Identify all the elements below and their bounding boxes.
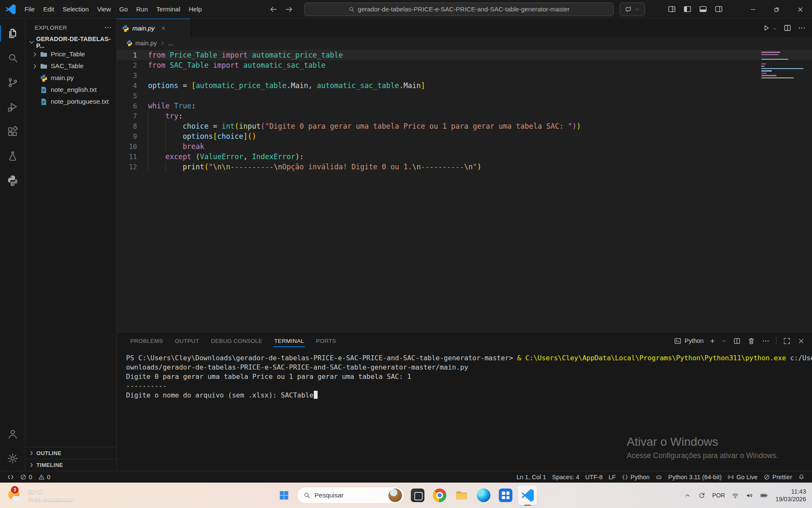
activity-testing-icon[interactable] [0, 144, 25, 168]
menu-terminal[interactable]: Terminal [152, 4, 185, 14]
menu-file[interactable]: File [20, 4, 39, 14]
status-errors[interactable]: 0 [17, 474, 35, 480]
status-prettier[interactable]: Prettier [760, 474, 795, 480]
menu-go[interactable]: Go [115, 4, 132, 14]
new-terminal-icon[interactable]: + [710, 337, 715, 345]
taskbar-file-explorer-icon[interactable] [452, 486, 472, 505]
panel-tab-output[interactable]: OUTPUT [170, 334, 203, 348]
activity-python-icon[interactable] [0, 168, 25, 193]
status-language-mode[interactable]: Python [619, 474, 653, 480]
run-dropdown-icon[interactable] [772, 25, 777, 30]
panel-tab-ports[interactable]: PORTS [312, 334, 340, 348]
minimap[interactable] [761, 52, 805, 80]
toggle-secondary-sidebar-icon[interactable] [714, 5, 723, 14]
status-remote-window[interactable] [4, 474, 17, 480]
status-eol[interactable]: LF [606, 474, 619, 480]
minimize-button[interactable] [741, 0, 765, 19]
status-python-interpreter[interactable]: Python 3.11 (64-bit) [665, 474, 724, 480]
taskbar-search[interactable]: Pesquisar [297, 487, 405, 504]
taskbar-photos-icon[interactable] [408, 486, 428, 505]
start-button[interactable] [275, 486, 294, 505]
menu-edit[interactable]: Edit [39, 4, 58, 14]
remote-icon [7, 474, 14, 480]
toggle-panel-icon[interactable] [699, 5, 708, 14]
section-timeline[interactable]: TIMELINE [25, 459, 116, 471]
search-doodle-image [389, 489, 402, 502]
menu-run[interactable]: Run [132, 4, 152, 14]
activity-search-icon[interactable] [0, 46, 25, 70]
windows-logo-icon [279, 490, 290, 501]
file-main-py[interactable]: main.py [25, 72, 116, 84]
workspace-root-folder[interactable]: GERADOR-DE-TABELAS-P... [25, 36, 116, 48]
volume-icon[interactable] [744, 490, 755, 501]
split-editor-icon[interactable] [783, 24, 792, 32]
terminal-more-actions-icon[interactable] [762, 337, 770, 345]
split-terminal-icon[interactable] [733, 337, 741, 345]
activity-source-control-icon[interactable] [0, 70, 25, 95]
file-price-table[interactable]: Price_Table [25, 48, 116, 60]
battery-icon[interactable] [758, 490, 770, 501]
line-number: 7 [117, 111, 148, 121]
status-encoding[interactable]: UTF-8 [582, 474, 606, 480]
weather-widget[interactable]: 3 30°C Pred ensolarado [4, 483, 77, 508]
maximize-panel-icon[interactable] [783, 337, 791, 345]
activity-run-and-debug-icon[interactable] [0, 95, 25, 119]
activity-settings-icon[interactable] [0, 446, 25, 471]
panel-tab-problems[interactable]: PROBLEMS [126, 334, 167, 348]
file-label: note_portuguese.txt [51, 98, 109, 105]
restore-button[interactable] [765, 0, 788, 19]
customize-layout-icon[interactable] [667, 5, 676, 14]
status-go-live[interactable]: Go Live [724, 474, 760, 480]
breadcrumb[interactable]: main.py ... [117, 37, 812, 49]
section-outline[interactable]: OUTLINE [25, 447, 116, 459]
copilot-chat-button[interactable] [620, 3, 645, 16]
status-warnings[interactable]: 0 [35, 474, 53, 480]
editor-tab-bar: main.py [117, 19, 812, 37]
toggle-sidebar-icon[interactable] [683, 5, 692, 14]
status-indentation[interactable]: Spaces: 4 [549, 474, 582, 480]
wifi-icon[interactable] [730, 490, 741, 501]
forward-icon[interactable] [285, 5, 293, 14]
status-cursor-position[interactable]: Ln 1, Col 1 [513, 474, 549, 480]
taskbar-vscode-icon[interactable] [518, 486, 538, 505]
panel-tab-debug-console[interactable]: DEBUG CONSOLE [207, 334, 267, 348]
file-note-portuguese-txt[interactable]: note_portuguese.txt [25, 96, 116, 108]
status-notifications[interactable] [795, 474, 808, 480]
menu-selection[interactable]: Selection [58, 4, 93, 14]
activity-explorer-icon[interactable] [0, 21, 25, 46]
terminal-dropdown-icon[interactable] [721, 338, 727, 344]
bottom-panel: PROBLEMSOUTPUTDEBUG CONSOLETERMINALPORTS… [117, 332, 812, 471]
activity-accounts-icon[interactable] [0, 422, 25, 446]
close-tab-icon[interactable] [160, 25, 167, 31]
panel-tab-terminal[interactable]: TERMINAL [270, 334, 308, 348]
code-editor[interactable]: 1from Price_Table import automatic_price… [117, 49, 812, 332]
close-button[interactable] [788, 0, 812, 19]
tab-main-py[interactable]: main.py [117, 19, 190, 37]
onedrive-sync-icon[interactable] [696, 490, 708, 501]
menu-help[interactable]: Help [184, 4, 206, 14]
keyboard-language[interactable]: POR [710, 492, 727, 499]
taskbar-edge-icon[interactable] [474, 486, 494, 505]
taskbar-chrome-icon[interactable] [430, 486, 450, 505]
terminal-shell-selector[interactable]: Python [674, 337, 704, 345]
menu-view[interactable]: View [93, 4, 115, 14]
close-panel-icon[interactable] [797, 337, 805, 345]
taskbar-microsoft-store-icon[interactable] [496, 486, 516, 505]
widget-badge: 3 [11, 486, 19, 494]
command-center-search[interactable]: gerador-de-tabelas-PRICE-e-SAC-PRICE-and… [304, 3, 614, 16]
terminal-output[interactable]: PS C:\Users\Cley\Downloads\gerador-de-ta… [117, 349, 812, 471]
code-line-4: 4options = [automatic_price_table.Main, … [117, 80, 812, 91]
file-note-english-txt[interactable]: note_english.txt [25, 84, 116, 96]
kill-terminal-icon[interactable] [747, 337, 755, 345]
activity-extensions-icon[interactable] [0, 119, 25, 144]
editor-more-actions-icon[interactable] [798, 24, 806, 32]
file-sac-table[interactable]: SAC_Table [25, 60, 116, 72]
tray-overflow-icon[interactable] [682, 490, 693, 501]
weather-condition: Pred ensolarado [28, 495, 73, 503]
window-controls [741, 0, 812, 19]
clock[interactable]: 11:43 19/03/2026 [773, 488, 809, 503]
status-copilot[interactable] [653, 474, 665, 480]
explorer-more-actions-icon[interactable] [104, 23, 112, 32]
run-python-file-icon[interactable] [762, 24, 771, 32]
back-icon[interactable] [269, 5, 278, 14]
